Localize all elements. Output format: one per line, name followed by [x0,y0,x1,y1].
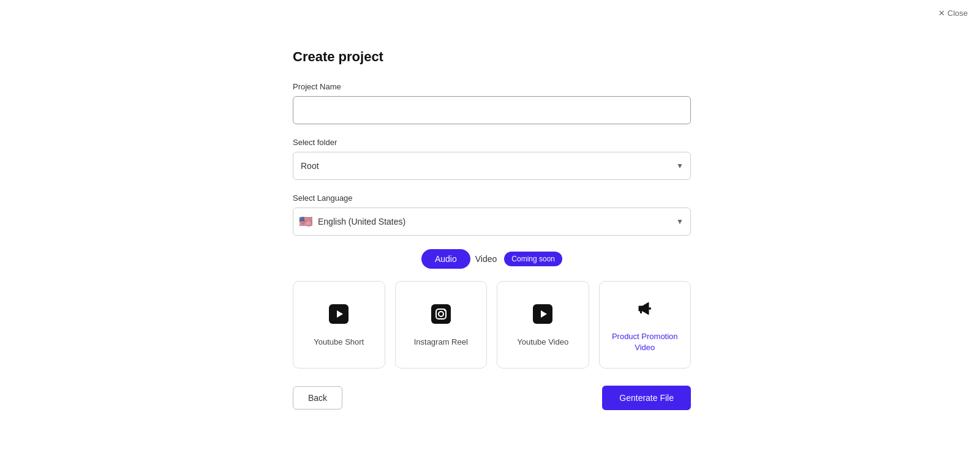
tab-video[interactable]: Video [473,249,500,269]
select-language-field: Select Language English (United States) … [293,193,691,236]
close-label: Close [948,9,968,18]
svg-point-5 [444,310,445,311]
select-folder-label: Select folder [293,138,691,147]
svg-point-12 [649,307,651,310]
project-name-field: Project Name [293,82,691,124]
close-icon: ✕ [938,9,945,18]
youtube-short-icon [329,304,349,328]
close-button[interactable]: ✕ Close [938,9,968,18]
product-promo-label: Product Promotion Video [609,331,681,353]
page-title: Create project [293,49,691,65]
instagram-reel-label: Instagram Reel [414,337,468,348]
folder-select-wrapper: Root ▼ [293,152,691,180]
youtube-short-label: Youtube Short [314,337,364,348]
select-language-label: Select Language [293,193,691,203]
instagram-reel-icon [431,304,451,328]
video-card-product-promo[interactable]: Product Promotion Video [599,281,692,368]
youtube-video-icon [533,304,552,328]
generate-button[interactable]: Genterate File [602,386,691,410]
create-project-form: Create project Project Name Select folde… [293,49,691,410]
project-name-label: Project Name [293,82,691,91]
product-promo-icon [635,299,655,323]
tabs-row: Audio Video Coming soon [293,249,691,269]
svg-rect-11 [640,310,642,313]
tab-audio[interactable]: Audio [421,249,470,269]
bottom-row: Back Genterate File [293,386,691,410]
select-folder-field: Select folder Root ▼ [293,138,691,180]
youtube-video-label: Youtube Video [517,337,568,348]
svg-rect-10 [639,307,642,310]
svg-rect-2 [431,304,451,324]
language-select-wrapper: English (United States) 🇺🇸 ▼ [293,208,691,236]
video-card-youtube-video[interactable]: Youtube Video [497,281,589,368]
folder-select[interactable]: Root [293,152,691,180]
coming-soon-badge: Coming soon [504,252,562,266]
video-card-instagram-reel[interactable]: Instagram Reel [395,281,488,368]
language-select[interactable]: English (United States) [293,208,691,236]
back-button[interactable]: Back [293,386,342,410]
video-types-row: Youtube Short Instagram Reel Youtube [293,281,691,368]
project-name-input[interactable] [293,96,691,124]
video-card-youtube-short[interactable]: Youtube Short [293,281,385,368]
